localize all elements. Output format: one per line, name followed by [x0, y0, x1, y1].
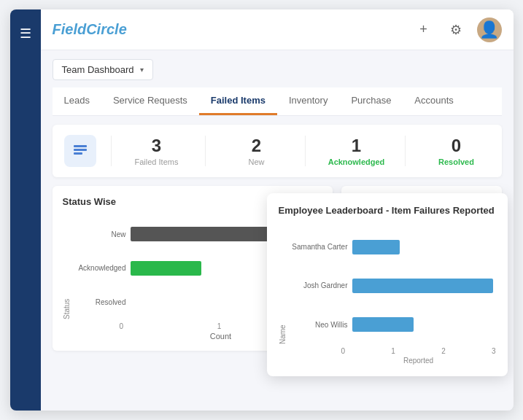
stat-resolved-count: 0	[452, 136, 461, 157]
lb-tick-0: 0	[341, 347, 346, 355]
stat-new-label: New	[248, 158, 264, 166]
lb-row-josh: Josh Gardner	[290, 279, 496, 293]
lb-row-neo: Neo Willis	[290, 317, 496, 332]
lb-tick-3: 3	[492, 347, 496, 355]
stat-acknowledged-count: 1	[352, 136, 361, 157]
charts-row: Status Wise Status New	[53, 186, 502, 351]
leaderboard-card: Employee Leaderboard - Item Failures Rep…	[267, 193, 508, 376]
leaderboard-title: Employee Leaderboard - Item Failures Rep…	[279, 205, 496, 216]
lb-tick-1: 1	[391, 347, 395, 355]
header-actions: + ⚙ 👤	[413, 18, 502, 42]
svg-rect-2	[74, 152, 82, 155]
logo-field: Field	[53, 21, 87, 37]
lb-label-neo: Neo Willis	[290, 321, 348, 329]
lb-label-josh: Josh Gardner	[290, 281, 348, 289]
lb-wrapper-josh	[352, 279, 496, 293]
stat-failed-items: 3 Failed Items	[111, 136, 190, 167]
stat-acknowledged-label: Acknowledged	[328, 158, 385, 166]
x-tick-0: 0	[120, 322, 124, 330]
dropdown-row: Team Dashboard ▾	[53, 59, 502, 80]
main-content: FieldCircle + ⚙ 👤 Team Dashboard ▾ L	[41, 9, 514, 411]
stat-failed-label: Failed Items	[135, 158, 179, 166]
svg-rect-0	[74, 145, 87, 147]
stat-failed-count: 3	[152, 136, 161, 157]
lb-bar-josh	[352, 279, 493, 293]
bar-acknowledged	[131, 261, 201, 276]
stat-acknowledged: 1 Acknowledged	[305, 136, 390, 167]
menu-icon[interactable]: ☰	[14, 20, 37, 47]
header: FieldCircle + ⚙ 👤	[41, 9, 514, 50]
dashboard: Team Dashboard ▾ Leads Service Requests …	[41, 50, 514, 411]
dropdown-label: Team Dashboard	[62, 64, 134, 75]
tab-inventory[interactable]: Inventory	[277, 88, 339, 115]
add-button[interactable]: +	[413, 19, 435, 41]
tab-purchase[interactable]: Purchase	[339, 88, 403, 115]
settings-button[interactable]: ⚙	[445, 19, 467, 41]
stat-resolved: 0 Resolved	[405, 136, 490, 167]
lb-wrapper-samantha	[352, 240, 496, 254]
lb-label-samantha: Samantha Carter	[290, 243, 348, 251]
bar-label-resolved: Resolved	[74, 298, 126, 306]
bar-label-new: New	[74, 230, 126, 238]
tabs-bar: Leads Service Requests Failed Items Inve…	[53, 88, 502, 116]
team-dashboard-dropdown[interactable]: Team Dashboard ▾	[53, 59, 153, 80]
stat-new: 2 New	[205, 136, 290, 167]
leaderboard-chart: Name Samantha Carter Josh G	[279, 228, 496, 344]
tab-failed-items[interactable]: Failed Items	[199, 88, 277, 115]
stats-row: 3 Failed Items 2 New 1 Acknowledged 0 Re…	[53, 125, 502, 177]
stat-resolved-label: Resolved	[438, 158, 474, 166]
dropdown-arrow-icon: ▾	[140, 66, 144, 74]
logo-circle: Circle	[86, 21, 127, 37]
lb-x-ticks: 0 1 2 3	[341, 347, 496, 355]
lb-row-samantha: Samantha Carter	[290, 240, 496, 254]
status-y-axis: Status	[63, 217, 71, 319]
stat-new-count: 2	[252, 136, 261, 157]
x-tick-1: 1	[217, 322, 222, 330]
tab-accounts[interactable]: Accounts	[403, 88, 465, 115]
lb-bar-samantha	[352, 240, 400, 254]
svg-rect-1	[74, 149, 87, 151]
lb-y-axis: Name	[279, 228, 287, 344]
lb-bar-neo	[352, 317, 414, 332]
sidebar: ☰	[10, 9, 41, 411]
tab-leads[interactable]: Leads	[53, 88, 101, 115]
logo: FieldCircle	[53, 21, 127, 38]
bar-label-acknowledged: Acknowledged	[74, 264, 126, 272]
lb-wrapper-neo	[352, 317, 496, 332]
lb-bars: Samantha Carter Josh Gardner	[290, 228, 496, 344]
stat-icon	[64, 135, 96, 167]
lb-tick-2: 2	[441, 347, 446, 355]
avatar-image: 👤	[479, 20, 499, 39]
lb-x-axis-label: Reported	[341, 357, 496, 365]
bar-new	[131, 227, 274, 241]
avatar[interactable]: 👤	[477, 18, 502, 42]
tab-service-requests[interactable]: Service Requests	[101, 88, 199, 115]
